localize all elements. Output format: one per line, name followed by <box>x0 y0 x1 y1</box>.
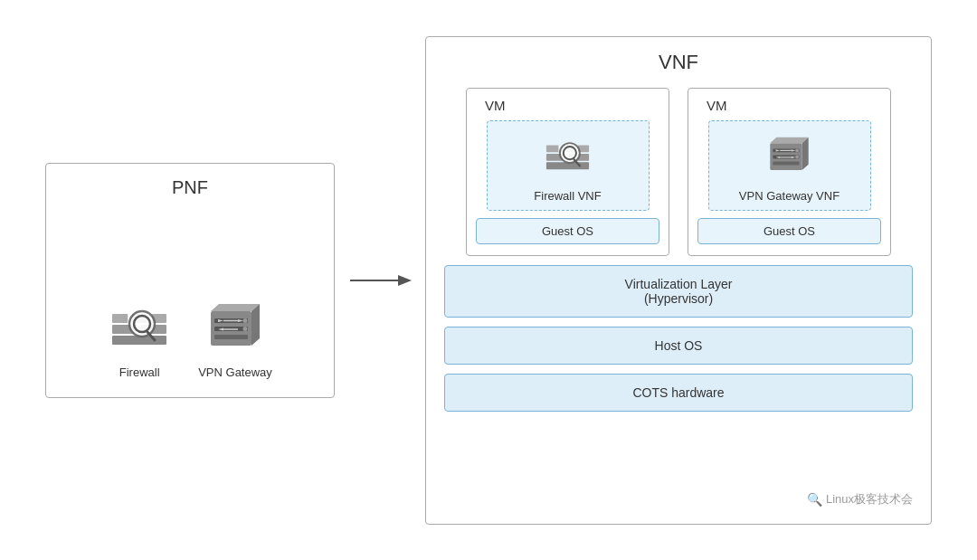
firewall-icon <box>108 295 171 358</box>
virt-layer-box: Virtualization Layer (Hypervisor) <box>444 265 913 318</box>
pnf-title: PNF <box>172 177 208 198</box>
vpn-gateway-icon <box>204 295 267 358</box>
vm-row: VM <box>444 88 913 256</box>
firewall-vnf-box: Firewall VNF <box>487 120 650 211</box>
vm2-box: VM <box>688 88 891 256</box>
svg-marker-14 <box>251 304 260 346</box>
vm1-guest-os: Guest OS <box>476 218 659 244</box>
svg-rect-3 <box>112 314 128 323</box>
vm1-title: VM <box>476 98 506 113</box>
vnf-title: VNF <box>659 51 698 74</box>
vm2-guest-os: Guest OS <box>697 218 881 244</box>
host-os-box: Host OS <box>444 327 913 365</box>
svg-point-18 <box>243 327 248 331</box>
vpn-gateway-label: VPN Gateway <box>198 365 272 379</box>
firewall-vnf-icon <box>543 130 593 180</box>
diagram-container: PNF <box>18 14 959 547</box>
firewall-label: Firewall <box>119 365 160 379</box>
svg-marker-13 <box>211 304 260 311</box>
svg-marker-41 <box>770 137 808 142</box>
svg-point-46 <box>795 155 799 158</box>
svg-rect-53 <box>773 161 799 165</box>
vnf-box: VNF VM <box>425 36 932 525</box>
arrow-container <box>344 271 416 289</box>
svg-rect-25 <box>214 335 248 339</box>
svg-point-44 <box>795 148 799 152</box>
pnf-icons: Firewall <box>108 216 272 379</box>
svg-rect-31 <box>546 145 559 152</box>
vm1-box: VM <box>466 88 669 256</box>
watermark-icon: 🔍 <box>807 492 822 507</box>
svg-point-16 <box>243 318 248 323</box>
watermark: 🔍 Linux极客技术会 <box>807 491 913 508</box>
svg-marker-42 <box>802 137 809 169</box>
direction-arrow <box>348 271 412 289</box>
cots-box: COTS hardware <box>444 374 913 412</box>
vpn-vnf-label: VPN Gateway VNF <box>739 189 839 203</box>
firewall-item: Firewall <box>108 295 171 379</box>
firewall-vnf-label: Firewall VNF <box>534 189 601 203</box>
svg-marker-27 <box>398 275 412 286</box>
vpn-vnf-icon <box>764 130 814 180</box>
watermark-text: Linux极客技术会 <box>826 491 913 508</box>
vpn-vnf-box: VPN Gateway VNF <box>708 120 871 211</box>
vm2-title: VM <box>697 98 727 113</box>
pnf-box: PNF <box>45 163 335 398</box>
vpn-gateway-item: VPN Gateway <box>198 295 272 379</box>
